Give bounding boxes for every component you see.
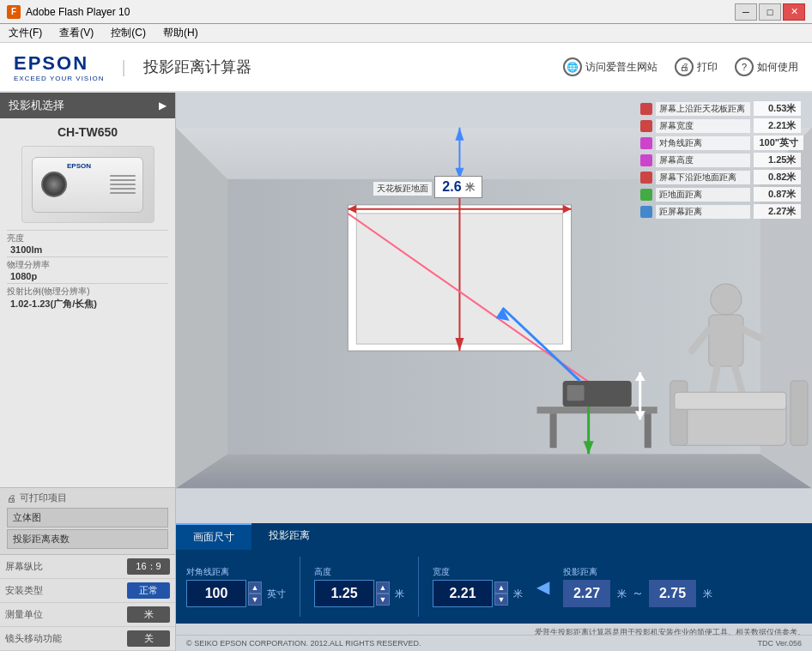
table-leg-r xyxy=(645,413,651,448)
titlebar-controls[interactable]: ─ □ ✕ xyxy=(735,3,805,21)
controls-area: 屏幕纵比 16：9 安装类型 正常 测量单位 米 镜头移动功能 关 xyxy=(0,554,175,651)
range-separator: ～ xyxy=(632,586,644,601)
titlebar-left: F Adobe Flash Player 10 xyxy=(7,5,130,19)
printable-stereo-btn[interactable]: 立体图 xyxy=(7,508,168,527)
install-type-control: 安装类型 正常 xyxy=(0,579,175,603)
menubar: 文件(F)查看(V)控制(C)帮助(H) xyxy=(0,24,812,43)
measure-value-2: 2.21米 xyxy=(754,118,801,133)
lens-shift-value[interactable]: 关 xyxy=(127,630,170,647)
person-body xyxy=(709,315,743,366)
tab-throw-distance[interactable]: 投影距离 xyxy=(251,523,327,550)
vent-line xyxy=(110,192,136,194)
specs-area: 亮度 3100lm 物理分辨率 1080p 投射比例(物理分辨率) 1.02-1… xyxy=(0,226,175,487)
install-type-value[interactable]: 正常 xyxy=(127,582,170,599)
projector-vent xyxy=(110,163,136,206)
width-label: 宽度 xyxy=(433,566,523,578)
width-input[interactable] xyxy=(433,580,493,607)
throw-unit-1: 米 xyxy=(617,588,627,600)
lens-shift-control: 镜头移动功能 关 xyxy=(0,627,175,651)
throw-min-value: 2.27 xyxy=(563,580,610,607)
measure-color-7 xyxy=(640,206,652,218)
measurements-panel: 屏幕上沿距天花板距离 0.53米 屏幕宽度 2.21米 对角线距离 100"英寸… xyxy=(640,101,803,219)
height-unit: 米 xyxy=(395,588,404,600)
maximize-button[interactable]: □ xyxy=(759,3,781,21)
height-input-group: ▲ ▼ 米 xyxy=(314,580,404,607)
throw-max-value: 2.75 xyxy=(649,580,696,607)
titlebar: F Adobe Flash Player 10 ─ □ ✕ xyxy=(0,0,812,24)
printable-label: 可打印项目 xyxy=(20,491,67,504)
close-button[interactable]: ✕ xyxy=(783,3,805,21)
menu-item-help[interactable]: 帮助(H) xyxy=(158,24,203,42)
sofa-backrest xyxy=(675,392,786,409)
unit-control: 测量单位 米 xyxy=(0,603,175,627)
vent-line xyxy=(110,175,136,177)
height-up-btn[interactable]: ▲ xyxy=(376,582,390,594)
measure-screen-width: 屏幕宽度 2.21米 xyxy=(640,118,803,133)
ratio-label: 投射比例(物理分辨率) xyxy=(7,283,168,298)
height-input[interactable] xyxy=(314,580,374,607)
install-type-label: 安装类型 xyxy=(5,584,127,597)
measure-color-4 xyxy=(640,154,652,166)
website-action[interactable]: 🌐 访问爱普生网站 xyxy=(563,57,657,76)
width-up-btn[interactable]: ▲ xyxy=(494,582,508,594)
copyright-text: © SEIKO EPSON CORPORATION. 2012.ALL RIGH… xyxy=(186,639,421,648)
aspect-ratio-label: 屏幕纵比 xyxy=(5,560,127,573)
viz-area: 天花板距地面 2.6 米 屏幕上沿距天花板距离 0.53米 屏幕宽度 2.21米 xyxy=(176,93,812,523)
menu-item-view[interactable]: 查看(V) xyxy=(54,24,99,42)
width-input-group: ▲ ▼ 米 xyxy=(433,580,523,607)
minimize-button[interactable]: ─ xyxy=(735,3,757,21)
left-wall xyxy=(176,128,227,489)
bottom-tabs: 画面尺寸 投影距离 xyxy=(176,523,812,550)
diagonal-up-btn[interactable]: ▲ xyxy=(248,582,262,594)
measure-value-3: 100"英寸 xyxy=(754,136,803,150)
howto-action[interactable]: ? 如何使用 xyxy=(735,57,798,76)
projector-brand: EPSON xyxy=(67,162,91,170)
measure-value-5: 0.82米 xyxy=(754,170,801,184)
header-actions: 🌐 访问爱普生网站 🖨 打印 ? 如何使用 xyxy=(563,57,798,76)
height-down-btn[interactable]: ▼ xyxy=(376,594,390,606)
resolution-label: 物理分辨率 xyxy=(7,256,168,271)
printable-table-btn[interactable]: 投影距离表数 xyxy=(7,529,168,549)
diagonal-input[interactable] xyxy=(186,580,246,607)
unit-value[interactable]: 米 xyxy=(127,606,170,623)
measure-value-4: 1.25米 xyxy=(754,153,801,167)
menu-item-file[interactable]: 文件(F) xyxy=(3,24,47,42)
measure-color-2 xyxy=(640,120,652,132)
measure-label-6: 距地面距离 xyxy=(656,188,750,202)
throw-label: 投影距离 xyxy=(563,566,712,578)
projector-image-area: EPSON xyxy=(0,142,175,226)
lens-shift-label: 镜头移动功能 xyxy=(5,632,127,645)
measure-screen-dist: 距屏幕距离 2.27米 xyxy=(640,204,803,219)
measure-color-1 xyxy=(640,103,652,115)
sidebar-header[interactable]: 投影机选择 ▶ xyxy=(0,93,175,118)
ratio-value: 1.02-1.23(广角/长焦) xyxy=(7,298,168,310)
measure-screen-height: 屏幕高度 1.25米 xyxy=(640,153,803,167)
bottom-content: 对角线距离 ▲ ▼ 英寸 高度 xyxy=(176,550,812,624)
throw-unit-2: 米 xyxy=(703,588,712,600)
content-area: 天花板距地面 2.6 米 屏幕上沿距天花板距离 0.53米 屏幕宽度 2.21米 xyxy=(176,93,812,651)
ceiling-value: 2.6 xyxy=(442,179,461,195)
website-label: 访问爱普生网站 xyxy=(585,60,657,75)
menu-item-control[interactable]: 控制(C) xyxy=(106,24,151,42)
floor-polygon xyxy=(176,454,812,488)
ceiling-value-box[interactable]: 2.6 米 xyxy=(434,176,482,198)
vent-line xyxy=(110,188,136,190)
version-text: TDC Ver.056 xyxy=(757,639,802,648)
projector-body: EPSON xyxy=(32,157,143,213)
aspect-ratio-value[interactable]: 16：9 xyxy=(127,558,170,575)
measure-label-3: 对角线距离 xyxy=(656,136,750,150)
sofa-arm-l xyxy=(670,381,688,445)
printer-icon: 🖨 xyxy=(675,57,694,76)
print-action[interactable]: 🖨 打印 xyxy=(675,57,718,76)
tab-screen-size[interactable]: 画面尺寸 xyxy=(176,523,251,550)
divider-arrow: ◀ xyxy=(536,576,549,597)
app-header: EPSON EXCEED YOUR VISION | 投影距离计算器 🌐 访问爱… xyxy=(0,43,812,93)
measure-floor-dist: 屏幕下沿距地面距离 0.82米 xyxy=(640,170,803,184)
measure-color-5 xyxy=(640,172,652,184)
diagonal-down-btn[interactable]: ▼ xyxy=(248,594,262,606)
ceiling-label: 天花板距地面 xyxy=(373,182,432,196)
measure-ground-dist: 距地面距离 0.87米 xyxy=(640,187,803,202)
app-title: 投影距离计算器 xyxy=(143,57,251,77)
projector-name: CH-TW650 xyxy=(0,118,175,142)
width-down-btn[interactable]: ▼ xyxy=(494,594,508,606)
